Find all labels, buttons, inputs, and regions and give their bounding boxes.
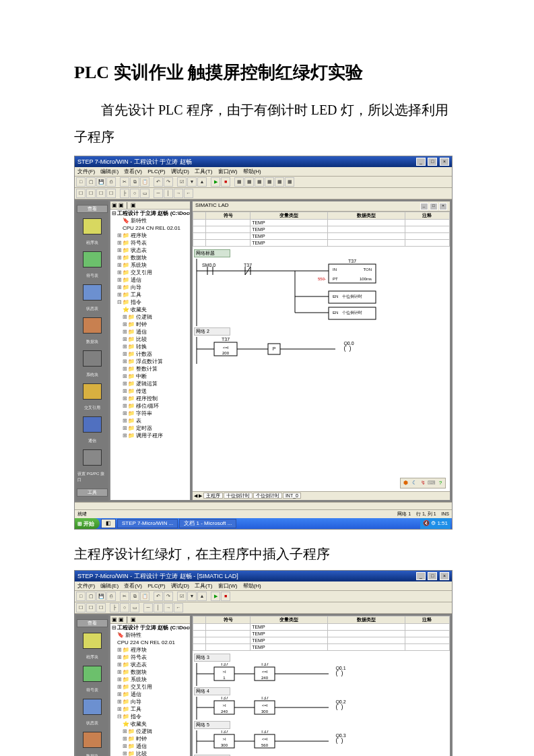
nav-status-table-icon[interactable] [83,284,102,301]
tree-item[interactable]: ⊞📁 传送 [110,387,190,395]
tree-item[interactable]: ⊞📁 交叉引用 [110,683,190,691]
tool-redo-icon[interactable]: ↷ [164,177,173,187]
tool-coil-icon[interactable]: ○ [120,603,129,612]
tree-item[interactable]: ⊞📁 时钟 [110,735,190,743]
tree-item[interactable]: ⊞📁 通信 [110,743,190,750]
tool-save-icon[interactable]: 💾 [96,177,106,187]
taskbar-item[interactable]: 文档 1 - Microsoft ... [179,519,236,528]
tree-cpu[interactable]: CPU 224 CN REL 02.01 [110,639,190,646]
tool-arrow-icon[interactable]: → [164,603,173,612]
tool-print-icon[interactable]: ⎙ [106,177,116,187]
tool-cut-icon[interactable]: ✂ [120,177,129,187]
nav-comm-icon[interactable] [83,416,102,433]
menu-tools[interactable]: 工具(T) [195,583,212,589]
tool-compile-icon[interactable]: ☑ [177,177,187,187]
tree-item[interactable]: ⊞📁 程序块 [110,232,190,239]
tool-arrow-icon[interactable]: → [174,189,183,198]
tool-copy-icon[interactable]: ⧉ [130,592,139,601]
variable-table[interactable]: 符号 变量类型 数据类型 注释 TEMP TEMP TEMP TEMP [193,616,450,651]
tree-item[interactable]: ⊞📁 通信 [110,328,190,336]
tab-sub1[interactable]: 十位倒计时 [224,493,253,499]
menu-view[interactable]: 查看(V) [124,583,142,589]
tree-item[interactable]: ⊟📁 指令 [110,713,190,720]
tree-root[interactable]: ⊟工程设计 于立涛 赵畅 (C:\Docum [110,624,190,631]
minimize-button[interactable]: _ [416,572,426,580]
tool-misc-icon[interactable]: ▦ [275,177,284,187]
tool-contact-icon[interactable]: ├ [110,603,119,612]
menu-window[interactable]: 窗口(W) [218,583,238,589]
maximize-button[interactable]: □ [428,158,437,166]
tool-misc-icon[interactable]: ▦ [234,177,244,187]
menu-edit[interactable]: 编辑(E) [100,168,119,175]
ladder-networks[interactable]: 网络 3 T37 >I 1 T37 <=I 240 Q [193,651,450,756]
tool-compile-icon[interactable]: ☑ [177,592,187,601]
tool-redo-icon[interactable]: ↷ [164,592,173,601]
menu-help[interactable]: 帮助(H) [243,583,261,589]
tree-item[interactable]: ⊞📁 系统块 [110,676,190,683]
ladder-networks[interactable]: 网络标题 SM0.0 T37 [193,247,450,491]
tab-main[interactable]: 主程序 [203,493,223,499]
nav-symbol-table-icon[interactable] [83,666,102,682]
tree-item[interactable]: ⊞📁 时钟 [110,321,190,328]
tree-item[interactable]: ⊞📁 比较 [110,750,190,756]
pal-icon[interactable]: ⌨ [428,479,436,487]
tree-item[interactable]: ⊞📁 字符串 [110,410,190,417]
system-tray[interactable]: 🔇 ⚙ 1:51 [420,518,450,529]
tree-item[interactable]: ⊞📁 整数计算 [110,365,190,373]
menu-debug[interactable]: 调试(D) [171,168,189,175]
tool-copy-icon[interactable]: ⧉ [130,177,139,187]
tool-paste-icon[interactable]: 📋 [140,177,149,187]
tree-item[interactable]: ⊞📁 位逻辑 [110,728,190,735]
tree-item[interactable]: ⊞📁 位逻辑 [110,313,190,321]
tree-item[interactable]: ⊞📁 符号表 [110,239,190,247]
start-button[interactable]: ⊞ 开始 [75,518,100,529]
tool-misc-icon[interactable]: ▦ [244,177,254,187]
tool-misc-icon[interactable]: ☐ [86,603,96,612]
tool-upload-icon[interactable]: ▲ [197,177,207,187]
tree-root[interactable]: ⊟工程设计 于立涛 赵畅 (C:\Docum [110,210,190,217]
tree-item[interactable]: ⊞📁 工具 [110,291,190,298]
tree-item[interactable]: ⊞📁 符号表 [110,654,190,661]
tree-item[interactable]: ⊞📁 调用子程序 [110,432,190,439]
tree-item[interactable]: ⊞📁 程序控制 [110,395,190,402]
menu-view[interactable]: 查看(V) [124,168,142,175]
tool-run-icon[interactable]: ▶ [211,592,220,601]
tool-misc-icon[interactable]: ▦ [255,177,264,187]
tree-item[interactable]: ⊞📁 状态表 [110,661,190,668]
pal-icon[interactable]: ☾ [410,479,418,487]
tool-cut-icon[interactable]: ✂ [120,592,129,601]
child-min-icon[interactable]: _ [420,203,428,210]
tool-open-icon[interactable]: ▢ [86,177,96,187]
tool-misc-icon[interactable]: ☐ [76,603,86,612]
tree-item[interactable]: ⊞📁 状态表 [110,247,190,254]
tree-new-feature[interactable]: 🔖 新特性 [110,217,190,224]
floating-palette[interactable]: ⬢ ☾ ↯ ⌨ ? [400,478,446,489]
tree-item[interactable]: ⊞📁 通信 [110,691,190,698]
tool-misc-icon[interactable]: ☐ [96,189,106,198]
tool-upload-icon[interactable]: ▲ [197,592,207,601]
tool-contact-icon[interactable]: ├ [120,189,129,198]
tree-item[interactable]: ⊞📁 数据块 [110,668,190,676]
menu-file[interactable]: 文件(F) [77,168,95,175]
tree-item[interactable]: ⊞📁 逻辑运算 [110,380,190,387]
child-max-icon[interactable]: □ [430,203,438,210]
tree-item[interactable]: ⊞📁 浮点数计算 [110,358,190,365]
taskbar-item[interactable]: ◧ [101,519,116,528]
tool-line-icon[interactable]: ─ [143,603,153,612]
tree-item[interactable]: ⊞📁 比较 [110,336,190,343]
tool-print-icon[interactable]: ⎙ [106,592,116,601]
tool-run-icon[interactable]: ▶ [211,177,220,187]
tree-item[interactable]: ⊞📁 中断 [110,373,190,380]
close-button[interactable]: × [440,572,449,580]
nav-data-block-icon[interactable] [83,732,102,748]
tree-item[interactable]: ⊞📁 程序块 [110,646,190,654]
menu-tools[interactable]: 工具(T) [195,168,212,175]
tree-item[interactable]: ⊞📁 转换 [110,343,190,350]
nav-symbol-table-icon[interactable] [83,251,102,267]
tool-misc-icon[interactable]: ☐ [96,603,106,612]
tool-open-icon[interactable]: ▢ [86,592,96,601]
tree-item[interactable]: ⊞📁 向导 [110,284,190,291]
tool-box-icon[interactable]: ▭ [140,189,149,198]
tool-arrow-icon[interactable]: ← [184,189,193,198]
menu-edit[interactable]: 编辑(E) [100,583,119,589]
